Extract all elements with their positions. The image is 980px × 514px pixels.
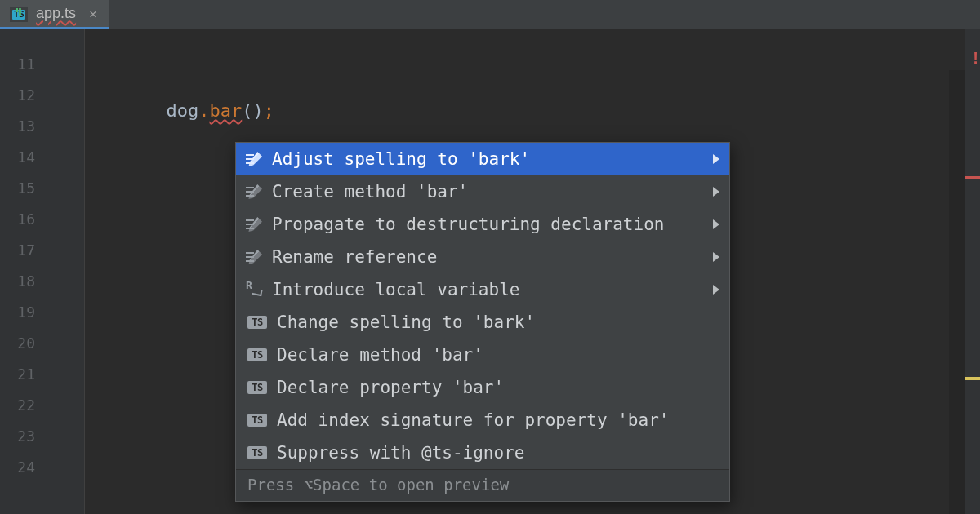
tab-bar: TS app.ts × (0, 0, 980, 29)
submenu-arrow-icon (713, 187, 719, 197)
tab-filename: app.ts (36, 5, 76, 22)
popup-footer-hint: Press ⌥Space to open preview (236, 469, 729, 501)
intention-item-label: Add index signature for property 'bar' (277, 410, 669, 430)
typescript-icon: TS (247, 316, 267, 329)
error-identifier-bar[interactable]: bar (209, 100, 242, 121)
intention-item[interactable]: TSDeclare property 'bar' (236, 371, 729, 404)
typescript-file-icon: TS (10, 7, 28, 22)
edit-icon (247, 217, 262, 232)
typescript-icon: TS (247, 348, 267, 361)
line-number: 15 (0, 173, 47, 204)
line-number: 22 (0, 390, 47, 421)
error-stripe[interactable] (965, 176, 980, 179)
line-number: 11 (0, 49, 47, 80)
error-indicator-icon[interactable]: ! (973, 49, 978, 68)
intention-item[interactable]: TSSuppress with @ts-ignore (236, 436, 729, 469)
close-tab-icon[interactable]: × (89, 7, 97, 21)
intention-item[interactable]: Create method 'bar' (236, 175, 729, 208)
paren-pair: () (242, 100, 264, 121)
intention-item-label: Create method 'bar' (272, 182, 468, 202)
edit-icon (247, 250, 262, 264)
editor: 1112131415161718192021222324 dog.bar(); … (0, 29, 980, 514)
edit-icon (247, 152, 262, 166)
line-number: 14 (0, 142, 47, 173)
line-number: 19 (0, 297, 47, 328)
line-number: 13 (0, 111, 47, 142)
submenu-arrow-icon (713, 154, 719, 164)
line-number: 21 (0, 359, 47, 390)
line-number: 24 (0, 452, 47, 483)
gutter-strip (47, 29, 85, 514)
intention-item-label: Adjust spelling to 'bark' (272, 149, 530, 169)
typescript-icon: TS (247, 446, 267, 459)
dot-operator: . (198, 100, 209, 121)
intention-item-label: Declare method 'bar' (277, 345, 483, 365)
line-number: 23 (0, 421, 47, 452)
intention-item[interactable]: TSAdd index signature for property 'bar' (236, 404, 729, 436)
code-area[interactable]: dog.bar(); Adjust spelling to 'bark'Crea… (85, 29, 980, 514)
line-number: 12 (0, 80, 47, 111)
intention-item-label: Introduce local variable (272, 280, 519, 299)
intention-item[interactable]: Adjust spelling to 'bark' (236, 143, 729, 175)
line-number: 17 (0, 235, 47, 266)
intention-item[interactable]: TSDeclare method 'bar' (236, 339, 729, 371)
vertical-scrollbar[interactable] (949, 70, 965, 514)
submenu-arrow-icon (713, 285, 719, 295)
semicolon: ; (264, 100, 274, 121)
tab-app-ts[interactable]: TS app.ts × (0, 0, 109, 29)
typescript-icon: TS (247, 414, 267, 427)
intention-actions-popup: Adjust spelling to 'bark'Create method '… (235, 142, 730, 502)
line-number: 16 (0, 204, 47, 235)
intention-item-label: Change spelling to 'bark' (277, 312, 535, 332)
intention-item-label: Suppress with @ts-ignore (277, 443, 524, 463)
error-stripe-gutter: ! (965, 29, 980, 514)
intention-item-label: Declare property 'bar' (277, 378, 504, 397)
intention-item-label: Propagate to destructuring declaration (272, 215, 664, 234)
warning-stripe[interactable] (965, 377, 980, 380)
typescript-icon: TS (247, 381, 267, 394)
refactor-icon (247, 282, 262, 297)
edit-icon (247, 184, 262, 199)
line-number: 20 (0, 328, 47, 359)
intention-item[interactable]: Propagate to destructuring declaration (236, 208, 729, 241)
intention-item-label: Rename reference (272, 247, 437, 267)
line-number-gutter: 1112131415161718192021222324 (0, 29, 47, 514)
intention-item[interactable]: Rename reference (236, 241, 729, 273)
intention-item[interactable]: Introduce local variable (236, 273, 729, 306)
submenu-arrow-icon (713, 252, 719, 262)
intention-item[interactable]: TSChange spelling to 'bark' (236, 306, 729, 339)
submenu-arrow-icon (713, 219, 719, 229)
line-number: 18 (0, 266, 47, 297)
code-line-12: dog.bar(); (101, 80, 274, 141)
identifier-dog: dog (166, 100, 198, 121)
